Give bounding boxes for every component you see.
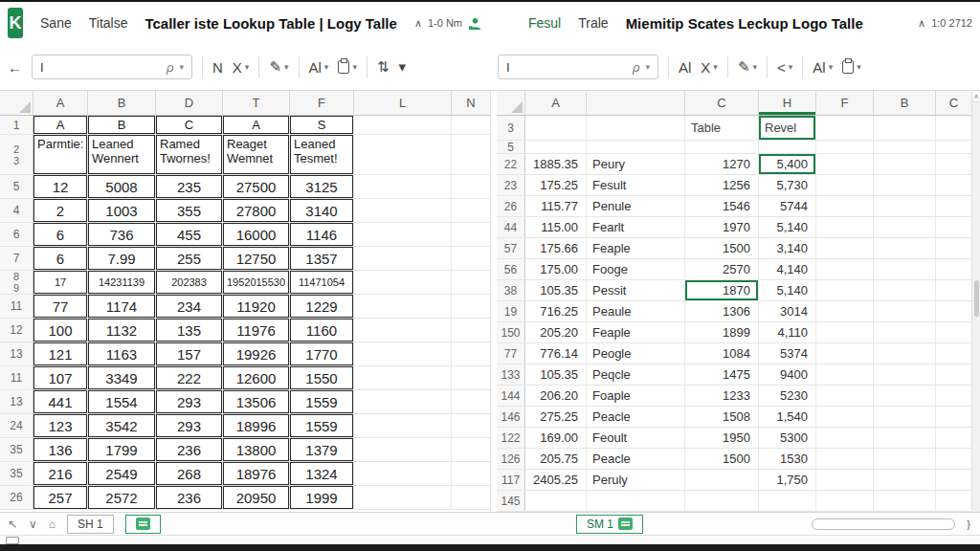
cell[interactable] [874, 259, 936, 279]
cell[interactable]: Feoult [587, 428, 685, 448]
cell[interactable]: 236 [156, 486, 223, 509]
column-header[interactable] [587, 91, 685, 115]
horizontal-scrollbar[interactable] [812, 518, 955, 530]
cell[interactable] [452, 414, 490, 437]
chevron-down-icon[interactable]: ▾ [352, 62, 357, 72]
cell[interactable] [452, 116, 490, 134]
select-all-corner[interactable] [497, 91, 525, 115]
cell[interactable]: 1885.35 [525, 154, 587, 174]
row-number[interactable]: 13 [0, 342, 33, 365]
cell[interactable] [525, 491, 587, 511]
cell[interactable]: 5230 [759, 386, 816, 406]
cell[interactable]: 1306 [685, 301, 759, 321]
cell[interactable]: 1559 [290, 390, 354, 413]
cell[interactable]: 1160 [290, 319, 354, 342]
cell[interactable] [936, 364, 972, 385]
cell[interactable] [452, 438, 490, 461]
cell[interactable]: 105.35 [525, 364, 587, 385]
cell[interactable] [816, 154, 874, 174]
font-button-2[interactable]: Al ▾ [813, 59, 833, 76]
cell[interactable]: Peruly [587, 470, 685, 490]
cell[interactable] [936, 116, 972, 140]
cell[interactable]: 1084 [685, 343, 759, 364]
menu-item-result[interactable]: Fesul [528, 15, 561, 31]
cell[interactable]: Peacle [587, 449, 685, 469]
cell[interactable]: 1174 [88, 295, 156, 318]
person-icon[interactable] [468, 16, 482, 31]
cell[interactable] [874, 491, 936, 511]
row-number[interactable]: 38 [497, 280, 525, 300]
cell[interactable]: Peqcle [587, 364, 685, 385]
cell[interactable] [874, 428, 936, 448]
row-number[interactable]: 5 [497, 141, 525, 153]
sheet-tab-2[interactable]: SM 1 [576, 515, 643, 534]
cell[interactable]: 3014 [759, 301, 816, 321]
row-number[interactable]: 6 [0, 223, 33, 246]
cell[interactable]: 5,400 [759, 154, 816, 174]
column-header[interactable]: F [816, 91, 874, 115]
pen-button[interactable]: ✎ ▾ [738, 58, 757, 76]
cell[interactable]: 121 [33, 342, 88, 365]
cell[interactable] [354, 247, 452, 270]
cell[interactable] [354, 486, 452, 509]
cell[interactable] [936, 154, 972, 174]
cell[interactable]: C [156, 116, 223, 134]
cell[interactable]: Peacle [587, 407, 685, 427]
cell[interactable] [936, 175, 972, 195]
cell[interactable]: 255 [156, 247, 223, 270]
name-box[interactable]: I ρ ▾ [32, 55, 192, 79]
cell[interactable]: 19926 [223, 342, 290, 365]
cell[interactable]: Revel [759, 116, 816, 140]
cell[interactable] [354, 199, 452, 222]
cell[interactable]: 293 [156, 414, 223, 437]
cell[interactable] [816, 141, 874, 153]
cell[interactable]: 77 [33, 295, 88, 318]
cell[interactable]: 235 [156, 175, 223, 198]
cell[interactable] [354, 438, 452, 461]
cell[interactable] [525, 116, 587, 140]
row-number[interactable]: 56 [497, 259, 525, 279]
cell[interactable] [354, 366, 452, 389]
row-number[interactable]: 26 [497, 196, 525, 216]
cell[interactable] [452, 271, 490, 294]
cell[interactable] [936, 238, 972, 258]
select-all-corner[interactable] [0, 91, 33, 115]
cell[interactable]: 157 [156, 342, 223, 365]
cell[interactable]: 5,140 [759, 217, 816, 237]
cell[interactable] [816, 428, 874, 448]
bold-button[interactable]: N [212, 59, 223, 76]
cell[interactable]: 105.35 [525, 280, 587, 300]
cell[interactable] [936, 322, 972, 342]
cell[interactable] [354, 390, 452, 413]
column-header[interactable]: D [156, 91, 223, 115]
cell[interactable] [452, 199, 490, 222]
cell[interactable] [685, 491, 759, 511]
chevron-down-icon[interactable]: ▾ [857, 62, 861, 72]
cell[interactable]: 1952015530 [223, 271, 290, 294]
cell[interactable]: 3349 [88, 366, 156, 389]
cell[interactable]: 107 [33, 366, 88, 389]
cell[interactable]: 169.00 [525, 428, 587, 448]
cell[interactable]: Pessit [587, 280, 685, 300]
less-than-button[interactable]: < ▾ [777, 59, 792, 76]
chevron-down-icon[interactable]: ▾ [829, 62, 834, 72]
row-number[interactable]: 1 [0, 116, 33, 134]
cell[interactable]: 236 [156, 438, 223, 461]
cell[interactable]: 1324 [290, 462, 354, 485]
cell[interactable] [354, 295, 452, 318]
cell[interactable]: 11976 [223, 319, 290, 342]
column-header[interactable]: H [759, 91, 816, 115]
row-number[interactable]: 144 [497, 386, 525, 406]
cell[interactable]: Feaple [587, 238, 685, 258]
cell[interactable] [874, 364, 936, 385]
cell[interactable] [816, 470, 874, 490]
cell[interactable]: Leaned Tesmet! [290, 135, 354, 174]
cell[interactable] [874, 449, 936, 469]
cell[interactable]: 1132 [88, 319, 156, 342]
cell[interactable]: 7.99 [88, 247, 156, 270]
cell[interactable]: 1530 [759, 449, 816, 469]
cell[interactable] [587, 491, 685, 511]
row-number[interactable]: 117 [497, 470, 525, 490]
cell[interactable]: 1770 [290, 342, 354, 365]
cell[interactable]: 14231139 [88, 271, 156, 294]
